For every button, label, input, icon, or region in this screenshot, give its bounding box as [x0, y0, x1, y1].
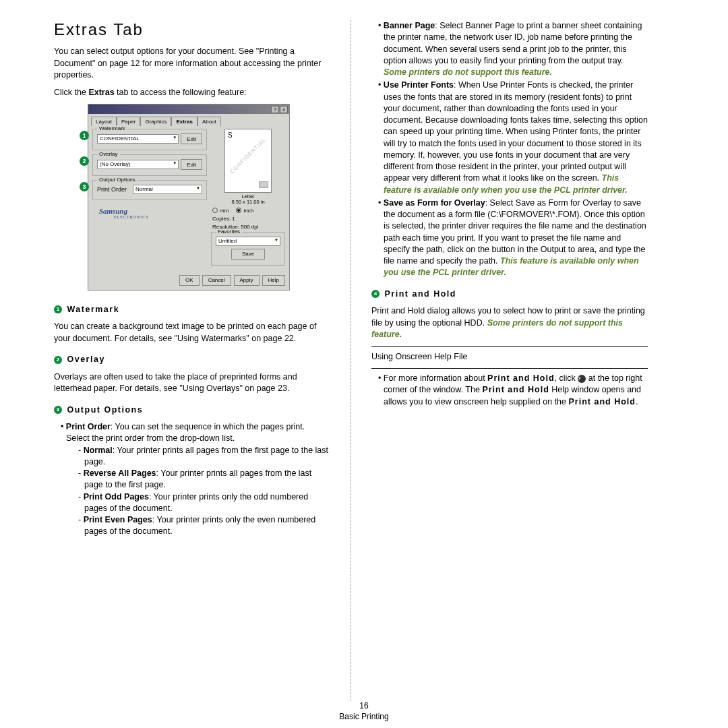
intro-paragraph: You can select output options for your d… — [54, 46, 330, 82]
favorites-group: Favorites Untitled Save — [211, 232, 285, 266]
print-order-select[interactable]: Normal — [133, 185, 202, 194]
watermark-select[interactable]: CONFIDENTIAL — [97, 134, 179, 144]
favorites-save-button[interactable]: Save — [231, 249, 265, 260]
output-num-icon: 3 — [54, 406, 62, 414]
overlay-section-heading: Overlay — [67, 355, 104, 364]
help-icon[interactable]: ? — [271, 106, 279, 113]
printer-properties-dialog: ? × Layout Paper Graphics Extras About 1… — [88, 104, 290, 291]
printhold-section-text: Print and Hold dialog allows you to sele… — [371, 305, 648, 341]
overlay-group: 2 Overlay (No Overlay) Edit — [92, 154, 207, 176]
page-title: Extras Tab — [54, 20, 330, 39]
banner-bullet: Banner Page: Select Banner Page to print… — [378, 20, 648, 78]
tab-extras[interactable]: Extras — [171, 117, 197, 126]
print-order-bullet: Print Order: You can set the sequence in… — [61, 421, 330, 538]
saveas-bullet: Save as Form for Overlay: Select Save as… — [378, 198, 648, 279]
watermark-section-text: You can create a background text image t… — [54, 321, 330, 344]
fonts-bullet: Use Printer Fonts: When Use Printer Font… — [378, 80, 648, 196]
page-preview: S CONFIDENTIAL — [224, 129, 272, 193]
reverse-dash: Reverse All Pages: Your printer prints a… — [78, 468, 330, 491]
unit-radios[interactable]: mm inch — [211, 208, 285, 214]
question-icon: ? — [578, 375, 586, 383]
overlay-edit-button[interactable]: Edit — [181, 159, 202, 170]
print-order-label: Print Order — [97, 186, 131, 193]
brand-logo: Samsung ELECTRONICS — [92, 204, 207, 223]
watermark-section-heading: Watermark — [67, 305, 119, 314]
tab-paper[interactable]: Paper — [117, 117, 140, 126]
watermark-edit-button[interactable]: Edit — [181, 133, 202, 144]
click-instruction: Click the Extras tab to access the follo… — [54, 87, 330, 99]
tab-layout[interactable]: Layout — [91, 117, 117, 126]
callout-1-icon: 1 — [80, 131, 89, 140]
help-divider-bottom — [371, 368, 648, 369]
help-bullet: For more information about Print and Hol… — [378, 373, 648, 408]
tab-graphics[interactable]: Graphics — [140, 117, 171, 126]
dialog-tabs: Layout Paper Graphics Extras About — [88, 114, 289, 126]
help-button[interactable]: Help — [262, 275, 285, 286]
normal-dash: Normal: Your printer prints all pages fr… — [78, 445, 330, 468]
page-footer: 16 Basic Printing — [0, 701, 728, 721]
watermark-group: 1 Watermark CONFIDENTIAL Edit — [92, 129, 207, 150]
callout-2-icon: 2 — [80, 156, 89, 166]
overlay-select[interactable]: (No Overlay) — [97, 160, 179, 169]
help-heading: Using Onscreen Help File — [371, 351, 648, 363]
printhold-section-heading: Print and Hold — [384, 289, 456, 299]
watermark-num-icon: 1 — [54, 305, 62, 313]
favorites-select[interactable]: Untitled — [216, 237, 280, 246]
ok-button[interactable]: OK — [179, 275, 200, 286]
output-section-heading: Output Options — [67, 405, 143, 415]
overlay-num-icon: 2 — [54, 356, 62, 364]
copies-info: Copies: 1 — [211, 216, 285, 222]
overlay-section-text: Overlays are often used to take the plac… — [54, 371, 330, 395]
cancel-button[interactable]: Cancel — [202, 275, 231, 286]
even-dash: Print Even Pages: Your printer prints on… — [78, 514, 330, 538]
callout-3-icon: 3 — [80, 182, 89, 191]
tab-about[interactable]: About — [198, 117, 221, 126]
help-divider-top — [371, 346, 648, 347]
dialog-titlebar: ? × — [88, 104, 289, 114]
apply-button[interactable]: Apply — [234, 275, 260, 286]
odd-dash: Print Odd Pages: Your printer prints onl… — [78, 491, 330, 515]
output-group: 3 Output Options Print Order Normal — [92, 180, 207, 200]
printhold-num-icon: 4 — [371, 290, 380, 298]
close-icon[interactable]: × — [280, 106, 288, 113]
